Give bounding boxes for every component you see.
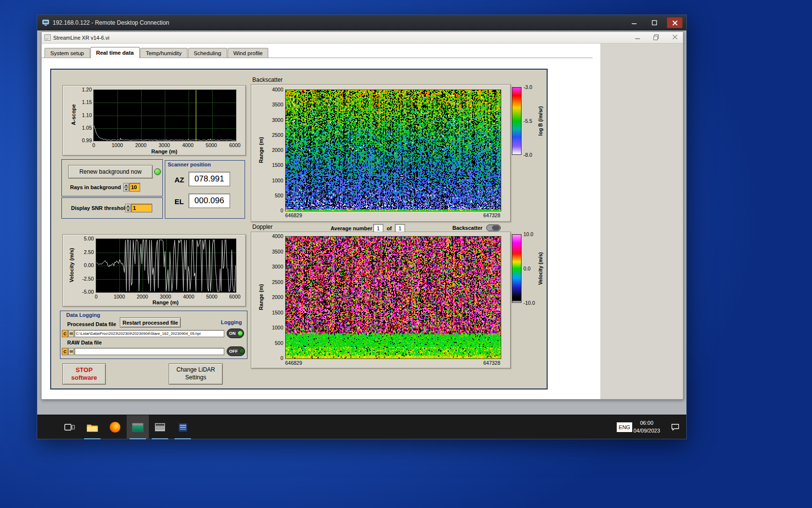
- tick-label: 500: [275, 340, 283, 346]
- scan-schedule-button[interactable]: [149, 415, 171, 439]
- notification-center-button[interactable]: [671, 423, 680, 433]
- streamline-app-icon: [132, 423, 144, 432]
- doppler-frame: Range (m) 400035003000250020001500100050…: [251, 232, 511, 369]
- tick-label: 4000: [179, 142, 197, 148]
- el-value-display: 000.096: [188, 194, 230, 208]
- processed-logging-toggle[interactable]: ON: [227, 329, 244, 338]
- processed-path-field[interactable]: C:\Lidar\Data\Proc\2023\202309\20230904\…: [74, 330, 224, 337]
- raw-logging-toggle[interactable]: OFF: [227, 346, 245, 356]
- app-close-button[interactable]: [672, 34, 678, 42]
- velocity-frame: Velocity (m/s) 5.002.500.00-2.50-5.00 01…: [62, 234, 246, 307]
- raw-drive-badge: C: [62, 348, 68, 355]
- app-minimize-button[interactable]: [635, 34, 640, 42]
- tick-label: 2000: [272, 147, 283, 153]
- backscatter-colorbar-ticks: -3.0-5.5-8.0: [523, 84, 532, 158]
- ascope-xtick-labels: 0100020003000400050006000: [85, 142, 244, 148]
- doppler-ytick-labels: 40003500300025002000150010005000: [265, 233, 283, 361]
- taskbar-clock[interactable]: 06:00 04/09/2023: [627, 419, 666, 435]
- change-lidar-settings-button[interactable]: Change LiDAR Settings: [169, 363, 223, 385]
- raw-browse-icon[interactable]: [68, 348, 74, 355]
- tick-label: 1000: [272, 178, 283, 183]
- clock-date: 04/09/2023: [627, 427, 666, 435]
- tab-scheduling[interactable]: Scheduling: [188, 48, 227, 58]
- rdp-maximize-button[interactable]: [647, 17, 662, 28]
- tick-label: 3500: [272, 102, 283, 107]
- ascope-frame: A-scope 1.201.151.101.050.99 01000200030…: [62, 85, 246, 156]
- streamline-app-button[interactable]: [127, 415, 149, 439]
- on-label: ON: [229, 331, 236, 336]
- firefox-button[interactable]: [104, 415, 126, 439]
- tick-label: 2000: [134, 294, 151, 299]
- app-client-area: System setup Real time data Temp/humidit…: [42, 44, 683, 399]
- data-logging-title: Data Logging: [66, 312, 100, 318]
- app-restore-button[interactable]: [653, 34, 659, 42]
- doppler-title: Doppler: [252, 224, 273, 230]
- average-number-label: Average number: [331, 225, 372, 231]
- tick-label: 1.20: [82, 87, 92, 92]
- tick-label: 4000: [272, 233, 283, 239]
- tick-label: 3000: [272, 264, 283, 269]
- tab-wind-profile[interactable]: Wind profile: [228, 48, 269, 58]
- velocity-ylabel: Velocity (m/s): [69, 248, 74, 283]
- tick-label: 1000: [109, 142, 126, 148]
- tab-temp-humidity[interactable]: Temp/humidity: [140, 48, 188, 58]
- rays-value-field[interactable]: 10: [129, 183, 140, 192]
- backscatter-colorbar-label: log B (/m/sr): [537, 106, 543, 135]
- snr-stepper[interactable]: [125, 204, 130, 212]
- tab-label: Real time data: [96, 50, 134, 56]
- backscatter-frame: Range (m) 400035003000250020001500100050…: [251, 84, 511, 222]
- backscatter-colorbar: [512, 87, 522, 155]
- of-label: of: [387, 225, 392, 231]
- tick-label: 2000: [272, 294, 283, 300]
- processed-browse-icon[interactable]: [68, 330, 74, 337]
- tick-label: 1.10: [82, 112, 92, 118]
- snr-value-field[interactable]: 1: [131, 204, 152, 212]
- doppler-heatmap: [285, 236, 501, 359]
- tick-label: 1500: [272, 310, 283, 315]
- stop-line1: STOP: [75, 366, 92, 374]
- tab-label: Wind profile: [233, 50, 263, 56]
- renew-background-button[interactable]: Renew background now: [68, 165, 153, 179]
- tick-label: -8.0: [523, 152, 532, 158]
- tick-label: 5000: [203, 294, 220, 299]
- main-panel: A-scope 1.201.151.101.050.99 01000200030…: [50, 69, 548, 389]
- tab-real-time-data[interactable]: Real time data: [90, 47, 140, 58]
- tick-label: 0.0: [523, 266, 535, 271]
- file-list-button[interactable]: [172, 415, 194, 439]
- backscatter-doppler-toggle[interactable]: [486, 224, 501, 231]
- tick-label: 4000: [272, 87, 283, 92]
- taskbar: ENG 06:00 04/09/2023: [37, 415, 686, 439]
- backscatter-title: Backscatter: [252, 76, 283, 83]
- rays-stepper[interactable]: [123, 183, 129, 192]
- stop-line2: software: [71, 374, 97, 382]
- computer-icon: [42, 19, 49, 26]
- task-view-button[interactable]: [58, 415, 81, 439]
- tick-label: 6000: [226, 142, 244, 148]
- tick-label: 1000: [111, 294, 128, 299]
- processed-drive-badge: C: [62, 330, 68, 337]
- vi-icon: [44, 34, 51, 41]
- file-explorer-icon: [87, 423, 98, 432]
- tick-label: 10.0: [523, 231, 535, 237]
- rdp-minimize-button[interactable]: [626, 17, 642, 28]
- backscatter-x-end: 647328: [471, 212, 500, 218]
- restart-processed-file-button[interactable]: Restart processed file: [120, 317, 181, 328]
- tick-label: 0: [85, 142, 102, 148]
- stop-software-button[interactable]: STOP software: [62, 363, 106, 385]
- doppler-colorbar-ticks: 10.00.0-10.0: [523, 231, 535, 306]
- tab-system-setup[interactable]: System setup: [44, 48, 90, 58]
- rdp-window: 192.168.0.122 - Remote Desktop Connectio…: [37, 15, 687, 439]
- tab-strip: System setup Real time data Temp/humidit…: [42, 47, 593, 58]
- tab-label: Scheduling: [194, 50, 221, 56]
- file-list-icon: [178, 423, 188, 432]
- file-explorer-button[interactable]: [81, 415, 103, 439]
- tick-label: 1000: [272, 325, 283, 330]
- backscatter-toggle-label: Backscatter: [452, 225, 482, 231]
- velocity-plot: [96, 239, 236, 293]
- velocity-xlabel: Range (m): [96, 299, 235, 305]
- rdp-close-button[interactable]: [667, 17, 682, 28]
- app-titlebar[interactable]: StreamLine XR v14-6.vi: [42, 32, 683, 44]
- rdp-titlebar[interactable]: 192.168.0.122 - Remote Desktop Connectio…: [37, 15, 686, 30]
- raw-path-field[interactable]: [74, 348, 224, 355]
- scanner-position-group: Scanner position AZ 078.991 EL 000.096: [165, 160, 245, 219]
